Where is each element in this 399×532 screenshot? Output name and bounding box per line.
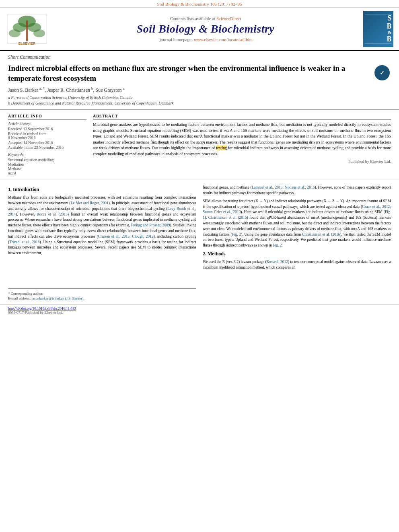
issn-info: 0038-0717/Published by Elsevier Ltd. [8, 310, 391, 314]
ref-trivedi[interactable]: Trivedi et al., 2016 [9, 240, 39, 244]
header-center: Contents lists available at ScienceDirec… [53, 11, 358, 47]
affiliation-a: a Forest and Conservation Sciences, Univ… [8, 95, 373, 101]
svg-point-4 [9, 29, 21, 37]
header-right: S B & B [362, 11, 394, 47]
intro-p3: SEM allows for testing for direct (X → Y… [203, 199, 391, 249]
journal-title: Soil Biology & Biochemistry [137, 23, 275, 35]
svg-text:ELSEVIER: ELSEVIER [19, 41, 35, 45]
ref-christiansen2[interactable]: Christiansen et al. (2016) [302, 232, 341, 236]
abstract-label: ABSTRACT [93, 114, 391, 119]
footnote-corresponding: * Corresponding author. [8, 291, 196, 296]
crossmark-icon: ✓ [377, 68, 387, 78]
article-header: Indirect microbial effects on methane fl… [0, 62, 399, 110]
methods-heading: 2. Methods [203, 251, 391, 257]
received-date: Received 13 September 2016 [8, 127, 86, 131]
svg-rect-6 [26, 21, 28, 41]
ref-fig2b[interactable]: Fig. 2 [273, 243, 282, 247]
methods-p1: We used the R (ver. 3.2) lavaan package … [203, 259, 391, 271]
crossmark-badge: ✓ [374, 65, 390, 80]
testing-highlight: testing [216, 146, 227, 150]
email-link[interactable]: jasonbarker@fs.fed.us (J.S. Barker). [31, 296, 84, 300]
authors: Jason S. Barker a, *, Jesper R. Christia… [8, 86, 373, 93]
doi-anchor[interactable]: http://dx.doi.org/10.1016/j.soilbio.2016… [8, 306, 76, 310]
footnote-divider [8, 288, 196, 291]
page: Soil Biology & Biochemistry 105 (2017) 9… [0, 0, 399, 316]
content-left: 1. Introduction Methane flux from soils … [8, 185, 196, 301]
ref-rosseel[interactable]: Rosseel, 2012 [267, 260, 288, 264]
sciencedirect-link[interactable]: ScienceDirect [216, 16, 241, 21]
journal-citation: Soil Biology & Biochemistry 105 (2017) 9… [157, 2, 242, 6]
keyword-1: Structural equation modelling [8, 158, 86, 162]
affiliations: a Forest and Conservation Sciences, Univ… [8, 95, 373, 106]
svg-text:✓: ✓ [380, 70, 385, 76]
journal-thumbnail: S B & B [363, 11, 393, 47]
abstract-column: ABSTRACT Microbial gene markers are hypo… [93, 114, 391, 176]
keyword-3: Methane [8, 167, 86, 171]
journal-homepage: journal homepage: www.elsevier.com/locat… [160, 37, 251, 42]
elsevier-logo-icon: ELSEVIER [5, 12, 49, 46]
accepted-date: Accepted 14 November 2016 [8, 141, 86, 145]
article-info-column: ARTICLE INFO Article history: Received 1… [8, 114, 86, 176]
ref-freitag[interactable]: Freitag and Prosser, 2009 [131, 223, 170, 227]
available-date: Available online 23 November 2016 [8, 146, 86, 150]
intro-p1: Methane flux from soils are biologically… [8, 195, 196, 256]
revised-date: Received in revised form8 November 2016 [8, 132, 86, 140]
homepage-link[interactable]: www.elsevier.com/locate/soilbio [194, 37, 251, 42]
footnote-email: E-mail address: jasonbarker@fs.fed.us (J… [8, 296, 196, 301]
article-title-section: Indirect microbial effects on methane fl… [8, 64, 373, 106]
main-content: 1. Introduction Methane flux from soils … [0, 180, 399, 304]
keyword-2: Mediation [8, 162, 86, 166]
intro-p2: functional genes, and methane (Lammel et… [203, 185, 391, 196]
ref-rocca[interactable]: Rocca et al. (2015) [37, 212, 69, 216]
doi-link: http://dx.doi.org/10.1016/j.soilbio.2016… [8, 306, 391, 310]
journal-bar: Soil Biology & Biochemistry 105 (2017) 9… [0, 0, 399, 8]
crossmark-area: ✓ [373, 64, 391, 80]
ref-christiansen[interactable]: Christiansen et al. (2016) [208, 216, 248, 220]
ref-lammel[interactable]: Lammel et al., 2015; Niklaus et al., 201… [252, 185, 315, 189]
history-label: Article history: [8, 122, 86, 126]
svg-point-5 [33, 29, 45, 37]
sciencedirect-label: Contents lists available at ScienceDirec… [170, 16, 241, 21]
published-line: Published by Elsevier Ltd. [93, 159, 391, 164]
intro-heading: 1. Introduction [8, 187, 196, 193]
content-right: functional genes, and methane (Lammel et… [203, 185, 391, 301]
bottom-bar: http://dx.doi.org/10.1016/j.soilbio.2016… [0, 304, 399, 316]
keywords-label: Keywords: [8, 153, 86, 157]
ref-fig2[interactable]: Fig. 2 [232, 232, 241, 236]
article-info-abstract: ARTICLE INFO Article history: Received 1… [0, 110, 399, 180]
elsevier-logo-area: ELSEVIER [5, 11, 49, 47]
header: ELSEVIER Contents lists available at Sci… [0, 8, 399, 51]
article-type: Short Communication [0, 51, 399, 62]
abstract-text: Microbial gene markers are hypothesized … [93, 122, 391, 157]
ref-lemerroger[interactable]: Le Mer and Roger, 2001 [71, 201, 109, 205]
article-info-label: ARTICLE INFO [8, 114, 86, 119]
ref-grace[interactable]: Grace et al., 2012; Sutton-Grier et al.,… [203, 205, 391, 214]
article-title: Indirect microbial effects on methane fl… [8, 64, 373, 83]
affiliation-b: b Department of Geoscience and Natural R… [8, 101, 373, 106]
keyword-4: mcrA [8, 171, 86, 175]
journal-thumb-letters: S B & B [387, 14, 391, 44]
ref-classen[interactable]: Classen et al., 2015; Clough, 2012 [98, 234, 154, 238]
